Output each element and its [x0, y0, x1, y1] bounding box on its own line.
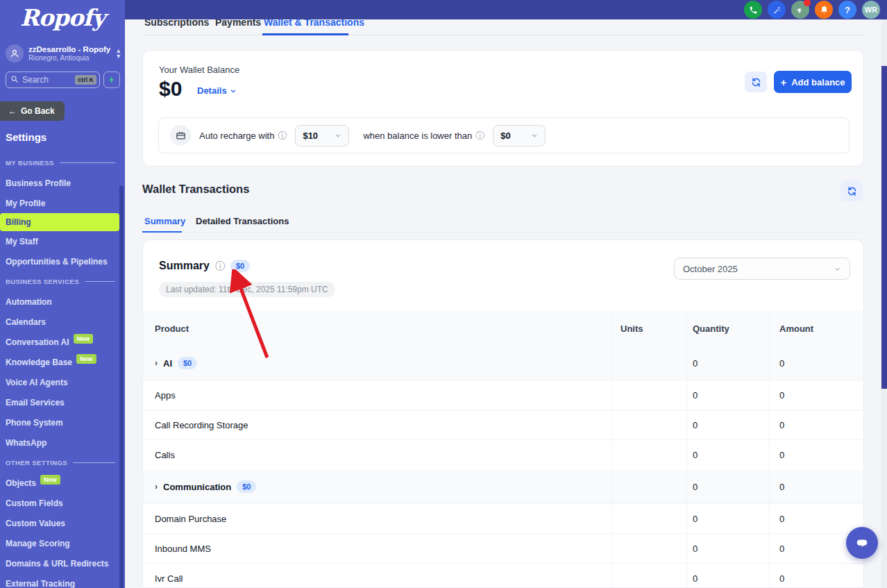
sidebar-item-business-profile[interactable]: Business Profile: [6, 173, 115, 193]
tab-detailed-transactions[interactable]: Detailed Transactions: [196, 216, 289, 226]
user-avatar[interactable]: WR: [862, 1, 880, 19]
chat-bubble-button[interactable]: [846, 527, 878, 559]
table-row-call-recording-storage: Call Recording Storage 0 0: [143, 410, 864, 439]
sidebar-nav: MY BUSINESS Business Profile My Profile …: [6, 153, 115, 588]
sidebar-scrollbar[interactable]: [119, 186, 124, 588]
table-row-domain-purchase: Domain Purchase 0 0: [143, 503, 864, 533]
auto-recharge-label: Auto recharge with ⓘ: [199, 131, 287, 141]
search-icon: [10, 74, 19, 86]
group-total-badge: $0: [178, 357, 197, 369]
megaphone-icon[interactable]: [791, 1, 809, 19]
wallet-details-toggle[interactable]: Details: [197, 85, 237, 96]
brand-logo: Ropofy: [0, 4, 125, 31]
phone-icon[interactable]: [744, 1, 762, 19]
sidebar-item-calendars[interactable]: Calendars: [6, 312, 115, 332]
summary-title: Summary: [159, 260, 210, 272]
sidebar-item-conversation-ai[interactable]: Conversation AI New: [6, 332, 115, 352]
recharge-amount-select[interactable]: $10: [295, 125, 349, 146]
add-balance-button[interactable]: + Add balance: [774, 71, 852, 93]
wand-icon[interactable]: [768, 1, 786, 19]
notification-dot: [804, 0, 811, 6]
sidebar-title: Settings: [6, 131, 47, 143]
bell-icon[interactable]: [815, 1, 833, 19]
table-row-inbound-mms: Inbound MMS 0 0: [143, 533, 864, 563]
table-header-row: Product Units Quantity Amount: [143, 311, 864, 346]
tab-summary[interactable]: Summary: [144, 216, 185, 226]
info-icon[interactable]: ⓘ: [215, 262, 225, 271]
sidebar-item-phone-system[interactable]: Phone System: [6, 412, 115, 432]
table-row-calls: Calls 0 0: [143, 439, 864, 469]
sidebar-item-opportunities-pipelines[interactable]: Opportunities & Pipelines: [6, 251, 115, 271]
wallet-balance-title: Your Wallet Balance: [159, 65, 239, 75]
go-back-button[interactable]: ← Go Back: [0, 101, 65, 121]
last-updated-badge: Last updated: 11th Dec, 2025 11:59pm UTC: [159, 282, 335, 297]
sidebar-item-voice-ai-agents[interactable]: Voice AI Agents: [6, 372, 115, 392]
search-placeholder: Search: [22, 75, 71, 85]
account-chevron-updown-icon: ▲▼: [115, 48, 121, 59]
new-badge: New: [74, 334, 94, 344]
group-total-badge: $0: [237, 480, 256, 493]
sidebar-item-knowledge-base[interactable]: Knowledge Base New: [6, 352, 115, 372]
wallet-refresh-button[interactable]: [745, 72, 767, 92]
tabs-divider: [142, 35, 864, 35]
transactions-tabs-divider: [142, 232, 864, 233]
chevron-down-icon: [230, 87, 237, 94]
sidebar-item-whatsapp[interactable]: WhatsApp: [6, 432, 115, 453]
active-tab-underline: [262, 33, 348, 35]
ai-spark-button[interactable]: [103, 72, 120, 88]
search-shortcut-badge: ctrl K: [75, 75, 96, 85]
summary-total-badge[interactable]: $0: [230, 260, 250, 272]
transactions-refresh-button[interactable]: [840, 180, 863, 201]
help-icon[interactable]: ?: [838, 1, 856, 19]
table-row-group-communication[interactable]: › Communication $0 0 0: [143, 469, 864, 503]
section-header-business-services: BUSINESS SERVICES: [6, 271, 115, 292]
recurring-card-icon: [170, 125, 191, 146]
info-icon[interactable]: ⓘ: [475, 131, 484, 140]
refresh-icon: [751, 77, 761, 87]
recharge-threshold-select[interactable]: $0: [493, 125, 546, 146]
table-row-ivr-call: Ivr Call 0 0: [143, 563, 864, 588]
refresh-icon: [847, 186, 857, 196]
account-switcher[interactable]: zzDesarrollo - Ropofy Rionegro, Antioqui…: [6, 42, 119, 65]
chevron-right-icon[interactable]: ›: [155, 358, 158, 368]
sidebar-item-custom-fields[interactable]: Custom Fields: [6, 493, 115, 513]
search-input[interactable]: Search ctrl K: [6, 72, 100, 88]
chevron-down-icon: [834, 265, 841, 273]
sidebar-item-automation[interactable]: Automation: [6, 292, 115, 312]
sidebar-item-my-staff[interactable]: My Staff: [6, 231, 115, 251]
new-badge: New: [40, 475, 60, 485]
sidebar-item-my-profile[interactable]: My Profile: [6, 193, 115, 213]
chevron-down-icon: [531, 132, 538, 139]
account-location: Rionegro, Antioquia: [28, 54, 110, 62]
chat-bubble-icon: [854, 535, 870, 551]
sidebar-item-external-tracking[interactable]: External Tracking: [6, 573, 115, 588]
table-row-group-ai[interactable]: › AI $0 0 0: [143, 346, 864, 380]
chevron-down-icon: [335, 132, 341, 139]
sidebar-item-billing[interactable]: Billing: [0, 213, 119, 231]
account-avatar-icon: [6, 44, 24, 62]
info-icon[interactable]: ⓘ: [278, 131, 287, 140]
sidebar-item-objects[interactable]: Objects New: [6, 473, 115, 493]
recharge-threshold-label: when balance is lower than ⓘ: [363, 131, 484, 141]
wallet-balance-card: Your Wallet Balance $0 Details + Add bal…: [142, 50, 864, 167]
page-scrollbar-thumb[interactable]: [881, 66, 887, 389]
plus-icon: +: [780, 76, 786, 88]
sidebar-item-email-services[interactable]: Email Services: [6, 392, 115, 412]
wallet-balance-amount: $0: [159, 77, 182, 101]
section-header-other-settings: OTHER SETTINGS: [6, 453, 115, 473]
account-name: zzDesarrollo - Ropofy: [28, 45, 110, 54]
sidebar: Ropofy zzDesarrollo - Ropofy Rionegro, A…: [0, 0, 125, 588]
sidebar-item-manage-scoring[interactable]: Manage Scoring: [6, 533, 115, 553]
topbar: ? WR: [125, 0, 887, 19]
new-badge: New: [76, 354, 96, 364]
month-filter-select[interactable]: October 2025: [674, 258, 850, 280]
section-header-my-business: MY BUSINESS: [6, 153, 115, 173]
wallet-transactions-title: Wallet Transactions: [142, 183, 249, 196]
summary-tab-underline: [142, 231, 182, 233]
chevron-right-icon[interactable]: ›: [155, 482, 158, 492]
sidebar-item-custom-values[interactable]: Custom Values: [6, 513, 115, 533]
summary-card: Summary ⓘ $0 Last updated: 11th Dec, 202…: [142, 240, 864, 588]
table-row-apps: Apps 0 0: [143, 380, 864, 410]
sidebar-item-domains-url-redirects[interactable]: Domains & URL Redirects: [6, 553, 115, 573]
arrow-left-icon: ←: [8, 106, 17, 116]
